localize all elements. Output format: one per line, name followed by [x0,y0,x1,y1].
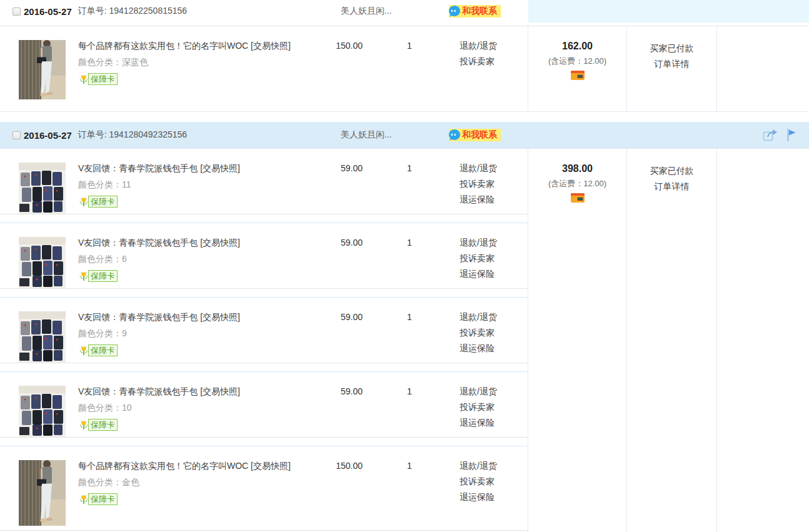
refund-link[interactable]: 退款/退货 [460,384,497,399]
order-items-column: 每个品牌都有这款实用包！它的名字叫WOC [交易快照] 颜色分类：深蓝色 保障卡… [0,26,528,111]
product-variant: 颜色分类：11 [78,179,300,191]
complain-seller-link[interactable]: 投诉卖家 [460,325,497,341]
order-checkbox[interactable] [13,8,21,16]
product-image[interactable] [19,40,66,111]
item-price: 150.00 [300,460,363,530]
complain-seller-link[interactable]: 投诉卖家 [460,474,497,489]
complain-seller-link[interactable]: 投诉卖家 [460,399,497,415]
order-header: 2016-05-27 订单号: 1941280492325156 美人妖且闲..… [0,122,809,148]
order-number: 订单号: 1941280492325156 [78,129,187,141]
guarantee-badge[interactable]: 保障卡 [78,73,118,85]
order-status: 买家已付款 [627,163,716,179]
return-shipping-insurance-link[interactable]: 退运保险 [460,266,497,282]
guarantee-badge[interactable]: 保障卡 [78,419,118,431]
product-variant: 颜色分类：9 [78,328,300,339]
item-divider [0,214,528,223]
order-block-2: 2016-05-27 订单号: 1941280492325156 美人妖且闲..… [0,122,809,532]
model-photo-art [19,460,66,526]
complain-seller-link[interactable]: 投诉卖家 [460,54,497,69]
item-price: 59.00 [300,237,363,288]
share-icon[interactable] [763,128,778,142]
flag-icon[interactable] [786,128,796,142]
wangwang-bubble-icon [448,129,461,141]
contact-label: 和我联系 [462,129,497,141]
guarantee-label: 保障卡 [88,270,118,282]
contact-seller-button[interactable]: 和我联系 [449,129,501,141]
item-actions: 退款/退货 投诉卖家 [456,38,497,111]
order-item-row: V友回馈：青春学院派钱包手包 [交易快照] 颜色分类：9 保障卡 59.00 1… [0,298,528,363]
item-quantity: 1 [363,386,456,437]
product-info: V友回馈：青春学院派钱包手包 [交易快照] 颜色分类：6 保障卡 [78,237,300,288]
order-header: 2016-05-27 订单号: 1941282250815156 美人妖且闲..… [0,0,809,23]
refund-link[interactable]: 退款/退货 [460,458,497,474]
item-price: 59.00 [300,311,363,363]
item-actions: 退款/退货 投诉卖家 退运保险 [456,235,497,288]
item-actions: 退款/退货 投诉卖家 退运保险 [456,458,497,530]
product-info: 每个品牌都有这款实用包！它的名字叫WOC [交易快照] 颜色分类：深蓝色 保障卡 [78,40,300,111]
complain-seller-link[interactable]: 投诉卖家 [460,176,497,192]
product-info: V友回馈：青春学院派钱包手包 [交易快照] 颜色分类：9 保障卡 [78,311,300,363]
guarantee-label: 保障卡 [88,73,118,85]
wallets-photo-art [19,237,66,288]
order-extra-cell [717,149,809,532]
seller-name[interactable]: 美人妖且闲... [341,129,392,141]
return-shipping-insurance-link[interactable]: 退运保险 [460,489,497,505]
product-variant: 颜色分类：深蓝色 [78,57,300,68]
product-info: 每个品牌都有这款实用包！它的名字叫WOC [交易快照] 颜色分类：金色 保障卡 [78,460,300,530]
product-title[interactable]: 每个品牌都有这款实用包！它的名字叫WOC [交易快照] [78,40,300,52]
refund-link[interactable]: 退款/退货 [460,235,497,251]
item-actions: 退款/退货 投诉卖家 退运保险 [456,309,497,363]
return-shipping-insurance-link[interactable]: 退运保险 [460,415,497,431]
item-actions: 退款/退货 投诉卖家 退运保险 [456,384,497,437]
wallets-photo-art [19,386,66,437]
product-image[interactable] [19,163,66,214]
shipping-note: (含运费：12.00) [528,56,626,67]
product-title[interactable]: V友回馈：青春学院派钱包手包 [交易快照] [78,237,300,249]
contact-seller-button[interactable]: 和我联系 [449,5,501,18]
order-detail-link[interactable]: 订单详情 [627,56,716,72]
guarantee-badge[interactable]: 保障卡 [78,196,118,208]
order-extra-cell [717,26,809,111]
item-price: 150.00 [300,40,363,111]
order-block-1: 2016-05-27 订单号: 1941282250815156 美人妖且闲..… [0,0,809,112]
item-price: 59.00 [300,163,363,214]
product-variant: 颜色分类：金色 [78,477,300,488]
product-title[interactable]: V友回馈：青春学院派钱包手包 [交易快照] [78,163,300,174]
order-date: 2016-05-27 [24,130,72,141]
product-image[interactable] [19,386,66,437]
seller-name[interactable]: 美人妖且闲... [341,6,392,17]
guarantee-badge[interactable]: 保障卡 [78,493,118,505]
wallets-photo-art [19,311,66,363]
order-status-cell: 买家已付款 订单详情 [627,26,717,111]
order-list-page: 2016-05-27 订单号: 1941282250815156 美人妖且闲..… [0,0,809,532]
return-shipping-insurance-link[interactable]: 退运保险 [460,192,497,208]
refund-link[interactable]: 退款/退货 [460,309,497,325]
order-detail-link[interactable]: 订单详情 [627,179,716,194]
order-total: 162.00 [528,41,626,52]
product-image[interactable] [19,311,66,363]
refund-link[interactable]: 退款/退货 [460,161,497,176]
order-item-row: 每个品牌都有这款实用包！它的名字叫WOC [交易快照] 颜色分类：金色 保障卡 … [0,446,528,530]
order-item-row: V友回馈：青春学院派钱包手包 [交易快照] 颜色分类：6 保障卡 59.00 1… [0,223,528,288]
product-image[interactable] [19,460,66,530]
order-items-column: V友回馈：青春学院派钱包手包 [交易快照] 颜色分类：11 保障卡 59.00 … [0,149,528,532]
guarantee-badge[interactable]: 保障卡 [78,344,118,356]
product-info: V友回馈：青春学院派钱包手包 [交易快照] 颜色分类：10 保障卡 [78,386,300,437]
product-title[interactable]: 每个品牌都有这款实用包！它的名字叫WOC [交易快照] [78,460,300,472]
order-table: 每个品牌都有这款实用包！它的名字叫WOC [交易快照] 颜色分类：深蓝色 保障卡… [0,26,809,112]
refund-link[interactable]: 退款/退货 [460,38,497,54]
product-title[interactable]: V友回馈：青春学院派钱包手包 [交易快照] [78,386,300,398]
guarantee-badge[interactable]: 保障卡 [78,270,118,282]
order-total-cell: 162.00 (含运费：12.00) [528,26,627,111]
complain-seller-link[interactable]: 投诉卖家 [460,251,497,266]
product-title[interactable]: V友回馈：青春学院派钱包手包 [交易快照] [78,311,300,323]
order-status-cell: 买家已付款 订单详情 [627,149,717,532]
return-shipping-insurance-link[interactable]: 退运保险 [460,341,497,356]
item-quantity: 1 [363,311,456,363]
order-checkbox[interactable] [13,131,21,139]
guarantee-label: 保障卡 [88,419,118,431]
contact-label: 和我联系 [462,6,497,17]
product-image[interactable] [19,237,66,288]
bank-card-icon [528,193,626,204]
item-divider [0,437,528,446]
